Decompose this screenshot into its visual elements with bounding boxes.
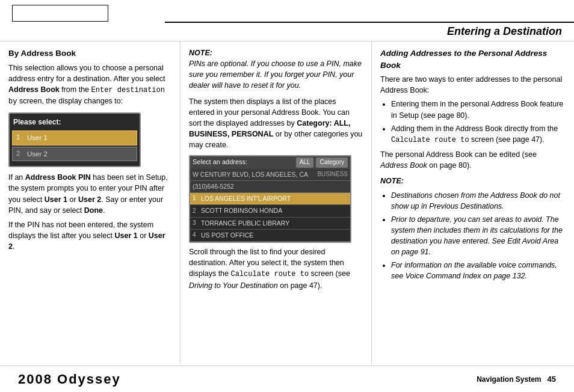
left-column: By Address Book This selection allows yo…: [0, 41, 181, 363]
mid-column: NOTE: PINs are optional. If you choose t…: [181, 41, 372, 363]
right-col-para2: The personal Address Book can be edited …: [380, 149, 566, 171]
screen-item-num-2: 2: [16, 149, 22, 159]
driving-italic: Driving to Your Destination: [189, 281, 278, 290]
current-phone: (310)646-5252: [190, 181, 350, 193]
calc-route-mono-mid: Calculate route to: [230, 270, 309, 278]
right-note-bullet-2: Prior to departure, you can set areas to…: [391, 214, 566, 258]
screen-item-label-2: User 2: [27, 149, 48, 159]
addr-row-text-2: SCOTT ROBINSON HONDA: [201, 206, 282, 215]
addr-row-4: 4 US POST OFFICE: [190, 230, 350, 242]
right-col-bullets: Entering them in the personal Address Bo…: [391, 99, 566, 145]
right-bullet-2: Adding them in the Address Book directly…: [391, 123, 566, 146]
addr-row-num-2: 2: [193, 207, 201, 216]
addr-row-text-4: US POST OFFICE: [201, 231, 253, 240]
calc-route-mono-right: Calculate route to: [391, 136, 469, 144]
pin-bold: Address Book PIN: [25, 173, 91, 182]
address-book-italic: Address Book: [380, 161, 427, 170]
content-columns: By Address Book This selection allows yo…: [0, 41, 574, 363]
footer-model: 2008 Odyssey: [18, 372, 121, 387]
page-title: Entering a Destination: [165, 25, 562, 38]
screen-item-user2: 2 User 2: [12, 147, 137, 162]
mid-note-text: PINs are optional. If you choose to use …: [189, 60, 362, 90]
right-note-bullet-1: Destinations chosen from the Address Boo…: [391, 190, 566, 212]
right-note-bullet-3: For information on the available voice c…: [391, 260, 566, 281]
addr-all-btn: ALL: [296, 158, 314, 168]
left-col-intro: This selection allows you to choose a pe…: [8, 63, 171, 108]
mid-para1: The system then displays a list of the p…: [189, 96, 363, 151]
mid-note-heading: NOTE:: [189, 49, 212, 57]
addr-row-text-1: LOS ANGELES INT'L AIRPORT: [201, 194, 291, 203]
addr-screen-header: Select an address: ALL Category: [190, 156, 350, 169]
addr-row-1: 1 LOS ANGELES INT'L AIRPORT: [190, 193, 350, 205]
right-note-heading: NOTE:: [380, 176, 566, 186]
mid-note: NOTE: PINs are optional. If you choose t…: [189, 47, 363, 91]
mid-para2: Scroll through the list to find your des…: [189, 247, 363, 291]
footer-nav-label: Navigation System: [477, 375, 541, 384]
right-note-bullets: Destinations chosen from the Address Boo…: [391, 190, 566, 282]
screen-item-user1: 1 User 1: [12, 130, 137, 145]
right-column: Adding Addresses to the Personal Address…: [372, 41, 574, 363]
footer-page-num: 45: [548, 375, 556, 384]
screen-title: Please select:: [12, 117, 137, 127]
footer: 2008 Odyssey Navigation System 45: [0, 366, 574, 392]
address-book-bold-1: Address Book: [8, 85, 60, 94]
addr-row-3: 3 TORRANCE PUBLIC LIBRARY: [190, 218, 350, 230]
addr-row-num-1: 1: [193, 194, 201, 203]
user1-bold-1: User 1: [45, 195, 67, 204]
footer-right: Navigation System 45: [477, 375, 556, 384]
addr-row-num-3: 3: [193, 219, 201, 228]
page-title-bar: Entering a Destination: [165, 22, 574, 38]
right-col-intro: There are two ways to enter addresses to…: [380, 74, 566, 96]
addr-category-btn: Category: [316, 158, 348, 168]
user2-bold-1: User 2: [78, 195, 101, 204]
addr-screen-label: Select an address:: [193, 158, 294, 167]
right-col-heading: Adding Addresses to the Personal Address…: [380, 47, 566, 71]
addr-row-text-3: TORRANCE PUBLIC LIBRARY: [201, 219, 289, 228]
user1-bold-2: User 1: [114, 231, 137, 240]
current-address-type: BUSINESS: [317, 170, 348, 179]
addr-row-num-4: 4: [193, 231, 201, 240]
addr-row-2: 2 SCOTT ROBINSON HONDA: [190, 205, 350, 217]
left-col-heading: By Address Book: [8, 47, 171, 60]
left-col-para3: If the PIN has not been entered, the sys…: [8, 219, 171, 252]
address-select-screen: Select an address: ALL Category W CENTUR…: [189, 155, 351, 243]
screen-item-num-1: 1: [16, 133, 22, 142]
screen-item-label-1: User 1: [27, 133, 48, 143]
user-select-screen: Please select: 1 User 1 2 User 2: [8, 112, 141, 168]
left-col-para2: If an Address Book PIN has been set in S…: [8, 172, 171, 216]
current-address: W CENTURY BLVD, LOS ANGELES, CA BUSINESS: [190, 169, 350, 181]
done-bold: Done: [84, 206, 103, 215]
header-box: [12, 5, 108, 22]
right-bullet-1: Entering them in the personal Address Bo…: [391, 99, 566, 120]
